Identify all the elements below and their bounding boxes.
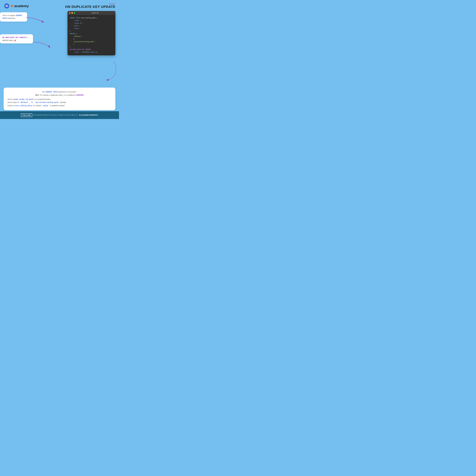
explanation-line1: The INSERT INTO statement is executed...	[7, 90, 112, 94]
arrow-insert-svg	[25, 15, 45, 25]
exp-line3-post: is a compound index,	[33, 98, 51, 100]
exp-line1-post: statement is executed...	[57, 91, 77, 93]
explanation-box: The INSERT INTO statement is executed...…	[4, 87, 115, 110]
code-line-12: )	[69, 46, 113, 48]
code-line-7: VALUES (	[69, 33, 113, 35]
logo-icon: M	[4, 3, 10, 9]
callout-dup: ON DUPLICATE KEY UPDATE is special sauce…	[0, 34, 33, 43]
logo-text: M.academy	[11, 4, 29, 8]
code-body: INSERT INTO core_config_data ( `scope`, …	[68, 15, 115, 55]
callout-insert-pre: This is a regular	[2, 14, 16, 17]
footer: FOLLOW FOR MORE SNIPPETS OR GET THEM IN …	[0, 111, 119, 119]
mysql-label: MySQL	[65, 3, 115, 5]
main-title: ON DUPLICATE KEY UPDATE	[65, 5, 115, 9]
exp-line1-pre: The	[42, 91, 46, 93]
exp-line2-highlight: UPDATE	[76, 94, 84, 96]
code-line-3: `scope_id`,	[69, 22, 113, 25]
exp-line3-pre: Since	[7, 98, 13, 100]
follow-button[interactable]: FOLLOW	[21, 113, 32, 117]
svg-text:M: M	[6, 4, 8, 7]
exp-line2-mid: , if it causes a duplicate index, it is …	[39, 94, 76, 96]
code-line-8: 'default',	[69, 35, 113, 38]
footer-text: FOR MORE SNIPPETS OR GET THEM IN YOUR IN…	[33, 114, 78, 116]
explanation-line5: exists in core_config_data, it's related…	[7, 104, 112, 107]
logo: M M.academy	[4, 3, 29, 9]
explanation-line4: and a value of `default`, 0, `my/custom/…	[7, 101, 112, 104]
callout-dup-highlight: ON DUPLICATE KEY UPDATE	[2, 37, 25, 38]
code-line-6: )	[69, 30, 113, 33]
code-line-14: `value` = VALUES(`value`);	[69, 51, 113, 53]
callout-dup-text: ON DUPLICATE KEY UPDATE is special sauce…	[2, 36, 31, 42]
exp-line4-mono: `default`, 0, `my/custom/config-path`	[19, 102, 60, 103]
code-window: update.sql INSERT INTO core_config_data …	[68, 11, 115, 55]
code-line-11: 1	[69, 43, 113, 46]
dot-green	[74, 12, 75, 14]
dot-red	[69, 12, 71, 14]
footer-link[interactable]: M.ACADEMY/SNIPPETS	[79, 114, 98, 116]
logo-academy: academy	[14, 4, 29, 8]
exp-line1-highlight: INSERT INTO	[46, 91, 57, 93]
dot-yellow	[71, 12, 73, 14]
explanation-line2: BUT, if it causes a duplicate index, it …	[7, 94, 112, 97]
exp-line4-post: already	[60, 101, 66, 103]
arrow-dup-svg	[32, 39, 51, 50]
dashed-arrow-svg	[102, 60, 118, 81]
title-block: MySQL ON DUPLICATE KEY UPDATE	[65, 3, 115, 9]
exp-line5-pre: exists in	[7, 104, 15, 107]
exp-line3-mono: scope,scope_id,path	[13, 98, 33, 100]
exp-line4-pre: and a value of	[7, 101, 19, 103]
code-line-1: INSERT INTO core_config_data (	[69, 17, 113, 19]
content-area: This is a regular INSERT INTO statement …	[0, 11, 119, 89]
exp-line5-end: is updated instead.	[49, 104, 65, 107]
exp-line2-italic: BUT	[35, 94, 39, 96]
code-line-10: 'my/custom/config-path',	[69, 40, 113, 43]
window-filename: update.sql	[76, 12, 114, 14]
callout-insert-post: statement	[7, 17, 15, 19]
code-line-13: ON DUPLICATE KEY UPDATE	[69, 48, 113, 51]
callout-insert-text: This is a regular INSERT INTO statement	[2, 14, 25, 20]
logo-m: M.	[11, 4, 14, 8]
code-line-9: 0,	[69, 38, 113, 40]
exp-line5-post: , it's related	[32, 104, 42, 107]
code-line-5: `value`	[69, 27, 113, 30]
explanation-line3: Since scope,scope_id,path is a compound …	[7, 98, 112, 101]
callout-insert: This is a regular INSERT INTO statement	[0, 12, 27, 22]
window-titlebar: update.sql	[68, 11, 115, 15]
header: M M.academy MySQL ON DUPLICATE KEY UPDAT…	[0, 0, 119, 10]
code-line-2: `scope`,	[69, 19, 113, 22]
exp-line5-mono2: `value`	[42, 105, 49, 107]
code-line-4: `path`,	[69, 25, 113, 27]
exp-line5-mono: core_config_data	[15, 105, 32, 107]
